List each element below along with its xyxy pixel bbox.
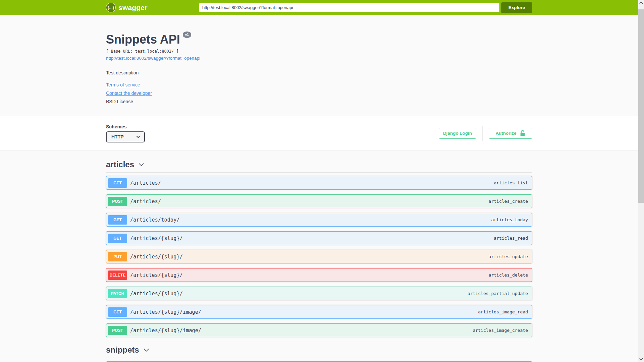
schemes-select[interactable]: HTTP <box>106 131 145 142</box>
method-badge: DELETE <box>108 270 127 280</box>
operation-path: /articles/{slug}/ <box>130 254 183 260</box>
method-badge: GET <box>108 307 127 317</box>
brand-name: swagger <box>118 4 148 12</box>
operation-path: /articles/{slug}/ <box>130 291 183 297</box>
license-text: BSD License <box>106 99 532 104</box>
version-badge: v1 <box>183 32 191 38</box>
operation-id: articles_delete <box>489 273 528 278</box>
schemes-selected-value: HTTP <box>111 134 124 139</box>
method-badge: PUT <box>108 252 127 261</box>
vertical-scrollbar <box>638 0 644 362</box>
chevron-down-icon <box>143 347 150 354</box>
operation-row[interactable]: PATCH /articles/{slug}/ articles_partial… <box>106 287 532 300</box>
operation-id: articles_create <box>489 199 528 204</box>
section-articles-header[interactable]: articles <box>106 160 532 173</box>
page-title: Snippets API <box>106 34 180 46</box>
schemes-label: Schemes <box>106 124 145 129</box>
operation-row[interactable]: GET /articles/{slug}/image/ articles_ima… <box>106 305 532 319</box>
scheme-container: Schemes HTTP Django Login Authorize <box>0 116 638 150</box>
operation-row[interactable]: GET /articles/ articles_list <box>106 176 532 190</box>
method-badge: PATCH <box>108 289 127 298</box>
swagger-logo: {…} swagger <box>106 3 148 12</box>
section-title: articles <box>106 160 134 169</box>
section-articles: articles GET /articles/ articles_list PO… <box>106 160 532 337</box>
swagger-logo-icon: {…} <box>106 3 116 12</box>
operation-row[interactable]: PUT /articles/{slug}/ articles_update <box>106 250 532 263</box>
django-login-button[interactable]: Django Login <box>439 128 476 139</box>
operation-path: /articles/{slug}/ <box>130 272 183 278</box>
operation-path: /articles/{slug}/ <box>130 235 183 241</box>
operation-id: articles_read <box>494 236 528 241</box>
info-section: Snippets API v1 [ Base URL: test.local:8… <box>0 15 638 116</box>
chevron-down-icon <box>138 161 145 168</box>
section-snippets: snippets GET /snippets/ snippets_list <box>106 346 532 362</box>
explore-button[interactable]: Explore <box>501 2 532 13</box>
operation-row[interactable]: DELETE /articles/{slug}/ articles_delete <box>106 268 532 282</box>
operation-path: /articles/{slug}/image/ <box>130 309 201 315</box>
page: {…} swagger Explore Snippets API v1 [ Ba… <box>0 0 638 362</box>
base-url: [ Base URL: test.local:8002/ ] <box>106 49 532 54</box>
operation-row[interactable]: GET /articles/today/ articles_today <box>106 213 532 227</box>
terms-of-service-link[interactable]: Terms of service <box>106 82 140 87</box>
auth-divider <box>482 126 483 141</box>
operation-path: /articles/today/ <box>130 217 180 223</box>
topbar: {…} swagger Explore <box>0 0 638 15</box>
method-badge: GET <box>108 234 127 243</box>
method-badge: POST <box>108 197 127 206</box>
unlock-icon <box>520 130 526 136</box>
operation-id: articles_partial_update <box>468 291 528 296</box>
section-title: snippets <box>106 346 139 354</box>
operation-path: /articles/{slug}/image/ <box>130 327 201 334</box>
authorize-button[interactable]: Authorize <box>489 128 532 139</box>
spec-url-input[interactable] <box>199 3 499 12</box>
scrollbar-up-arrow[interactable] <box>638 0 644 6</box>
section-snippets-header[interactable]: snippets <box>106 346 532 358</box>
operation-row[interactable]: GET /articles/{slug}/ articles_read <box>106 231 532 245</box>
operation-row[interactable]: POST /articles/ articles_create <box>106 194 532 208</box>
spec-link[interactable]: http://test.local:8002/swagger/?format=o… <box>106 56 200 61</box>
operations-area: articles GET /articles/ articles_list PO… <box>106 150 532 362</box>
chevron-down-icon <box>136 135 140 138</box>
scrollbar-thumb[interactable] <box>638 9 644 203</box>
operation-id: articles_today <box>491 217 528 222</box>
scrollbar-down-arrow[interactable] <box>638 356 644 362</box>
contact-developer-link[interactable]: Contact the developer <box>106 90 152 96</box>
operation-id: articles_update <box>489 254 528 259</box>
operation-row[interactable]: POST /articles/{slug}/image/ articles_im… <box>106 323 532 337</box>
method-badge: GET <box>108 178 127 188</box>
operation-path: /articles/ <box>130 180 161 186</box>
api-description: Test description <box>106 70 532 75</box>
authorize-label: Authorize <box>495 131 516 136</box>
operation-id: articles_list <box>494 180 528 185</box>
auth-wrapper: Django Login Authorize <box>439 126 532 141</box>
operation-id: articles_image_create <box>473 328 528 333</box>
operation-path: /articles/ <box>130 198 161 204</box>
method-badge: POST <box>108 326 127 335</box>
schemes-block: Schemes HTTP <box>106 124 145 142</box>
method-badge: GET <box>108 215 127 225</box>
operation-id: articles_image_read <box>478 309 528 314</box>
